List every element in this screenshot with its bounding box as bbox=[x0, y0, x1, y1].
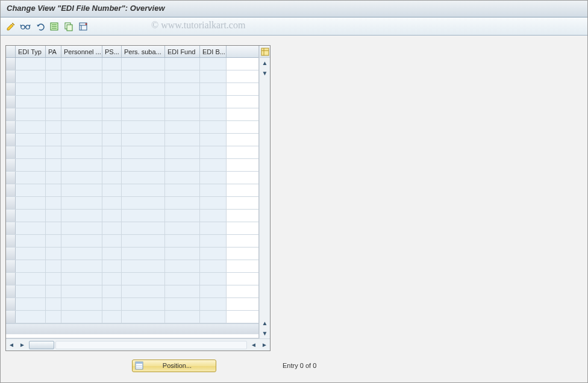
scroll-down-icon[interactable]: ▼ bbox=[260, 68, 270, 78]
cell[interactable] bbox=[200, 210, 227, 222]
scroll-up2-icon[interactable]: ▲ bbox=[260, 318, 270, 328]
cell[interactable] bbox=[165, 260, 200, 272]
cell[interactable] bbox=[102, 172, 122, 184]
row-selector[interactable] bbox=[6, 159, 16, 171]
cell[interactable] bbox=[165, 172, 200, 184]
row-selector[interactable] bbox=[6, 222, 16, 234]
table-settings-icon[interactable] bbox=[260, 46, 270, 58]
cell[interactable] bbox=[165, 96, 200, 108]
cell[interactable] bbox=[122, 311, 165, 323]
cell[interactable] bbox=[46, 108, 61, 120]
cell[interactable] bbox=[200, 248, 227, 260]
vscroll-track[interactable] bbox=[260, 78, 270, 318]
cell[interactable] bbox=[102, 70, 122, 83]
cell[interactable] bbox=[61, 197, 102, 209]
cell[interactable] bbox=[102, 58, 122, 70]
scroll-up-icon[interactable]: ▲ bbox=[260, 58, 270, 68]
row-selector[interactable] bbox=[6, 83, 16, 95]
cell[interactable] bbox=[200, 172, 227, 184]
cell[interactable] bbox=[200, 273, 227, 285]
cell[interactable] bbox=[16, 235, 46, 247]
table-row[interactable] bbox=[6, 235, 258, 248]
cell[interactable] bbox=[16, 134, 46, 146]
cell[interactable] bbox=[122, 273, 165, 285]
copy-entry-icon[interactable] bbox=[62, 20, 75, 33]
cell[interactable] bbox=[16, 298, 46, 310]
cell[interactable] bbox=[46, 146, 61, 158]
cell[interactable] bbox=[16, 273, 46, 285]
cell[interactable] bbox=[200, 260, 227, 272]
cell[interactable] bbox=[102, 298, 122, 310]
undo-icon[interactable] bbox=[33, 20, 46, 33]
table-row[interactable] bbox=[6, 70, 258, 83]
cell[interactable] bbox=[102, 121, 122, 133]
cell[interactable] bbox=[122, 172, 165, 184]
row-selector[interactable] bbox=[6, 146, 16, 158]
row-selector[interactable] bbox=[6, 58, 16, 70]
cell[interactable] bbox=[46, 260, 61, 272]
cell[interactable] bbox=[46, 197, 61, 209]
cell[interactable] bbox=[102, 235, 122, 247]
cell[interactable] bbox=[61, 248, 102, 260]
cell[interactable] bbox=[16, 83, 46, 95]
cell[interactable] bbox=[16, 248, 46, 260]
row-selector[interactable] bbox=[6, 96, 16, 108]
row-selector[interactable] bbox=[6, 210, 16, 222]
cell[interactable] bbox=[46, 159, 61, 171]
cell[interactable] bbox=[46, 248, 61, 260]
row-selector[interactable] bbox=[6, 70, 16, 83]
cell[interactable] bbox=[102, 273, 122, 285]
col-pa[interactable]: PA bbox=[46, 46, 61, 57]
cell[interactable] bbox=[200, 222, 227, 234]
cell[interactable] bbox=[122, 298, 165, 310]
cell[interactable] bbox=[61, 210, 102, 222]
cell[interactable] bbox=[122, 70, 165, 83]
table-row[interactable] bbox=[6, 83, 258, 96]
cell[interactable] bbox=[61, 83, 102, 95]
table-row[interactable] bbox=[6, 58, 258, 70]
cell[interactable] bbox=[46, 210, 61, 222]
cell[interactable] bbox=[165, 235, 200, 247]
cell[interactable] bbox=[61, 70, 102, 83]
table-row[interactable] bbox=[6, 311, 258, 323]
cell[interactable] bbox=[46, 58, 61, 70]
col-personnel[interactable]: Personnel ... bbox=[61, 46, 102, 57]
cell[interactable] bbox=[16, 260, 46, 272]
cell[interactable] bbox=[46, 83, 61, 95]
cell[interactable] bbox=[102, 311, 122, 323]
cell[interactable] bbox=[122, 285, 165, 297]
cell[interactable] bbox=[165, 159, 200, 171]
cell[interactable] bbox=[165, 222, 200, 234]
cell[interactable] bbox=[165, 70, 200, 83]
table-row[interactable] bbox=[6, 210, 258, 222]
cell[interactable] bbox=[61, 311, 102, 323]
scroll-right-step-icon[interactable]: ► bbox=[17, 340, 27, 350]
cell[interactable] bbox=[122, 210, 165, 222]
cell[interactable] bbox=[122, 134, 165, 146]
cell[interactable] bbox=[122, 197, 165, 209]
cell[interactable] bbox=[165, 134, 200, 146]
cell[interactable] bbox=[200, 285, 227, 297]
cell[interactable] bbox=[46, 311, 61, 323]
cell[interactable] bbox=[200, 70, 227, 83]
cell[interactable] bbox=[61, 273, 102, 285]
cell[interactable] bbox=[200, 134, 227, 146]
cell[interactable] bbox=[102, 146, 122, 158]
scroll-left2-icon[interactable]: ◄ bbox=[249, 340, 258, 350]
table-row[interactable] bbox=[6, 260, 258, 273]
cell[interactable] bbox=[165, 83, 200, 95]
row-selector[interactable] bbox=[6, 285, 16, 297]
cell[interactable] bbox=[16, 210, 46, 222]
cell[interactable] bbox=[200, 58, 227, 70]
cell[interactable] bbox=[200, 121, 227, 133]
table-row[interactable] bbox=[6, 285, 258, 298]
cell[interactable] bbox=[61, 159, 102, 171]
row-selector[interactable] bbox=[6, 260, 16, 272]
cell[interactable] bbox=[165, 146, 200, 158]
cell[interactable] bbox=[165, 311, 200, 323]
cell[interactable] bbox=[16, 197, 46, 209]
cell[interactable] bbox=[122, 58, 165, 70]
cell[interactable] bbox=[102, 184, 122, 196]
cell[interactable] bbox=[200, 235, 227, 247]
cell[interactable] bbox=[16, 121, 46, 133]
